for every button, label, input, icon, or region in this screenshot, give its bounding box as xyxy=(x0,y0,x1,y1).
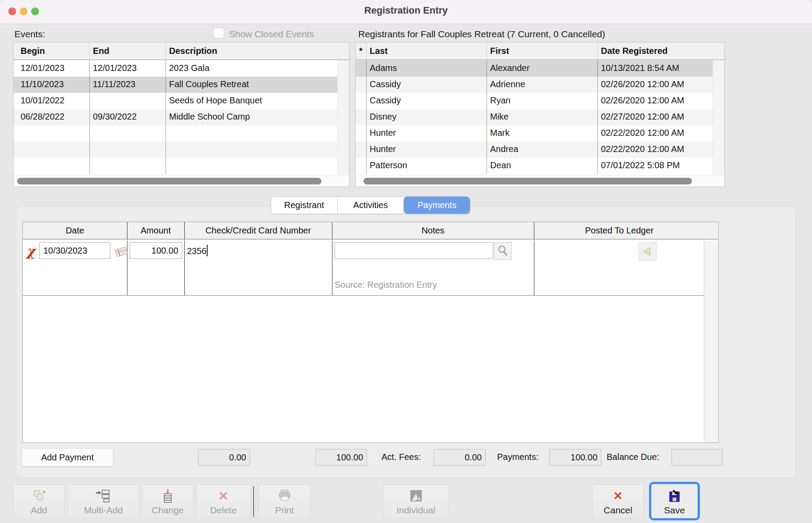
payment-date-input[interactable] xyxy=(39,242,110,259)
cell-last: Cassidy xyxy=(370,95,401,106)
column-header-first[interactable]: First xyxy=(490,46,509,56)
cell-begin: 12/01/2023 xyxy=(21,63,64,73)
cell-date_registered: 02/26/2020 12:00 AM xyxy=(601,95,684,106)
payments-label: Payments: xyxy=(497,452,538,462)
window-title: Registration Entry xyxy=(0,5,812,16)
cell-description: 2023 Gala xyxy=(169,63,209,73)
registrants-table-header: * Last First Date Registered xyxy=(356,42,724,60)
show-closed-events-label: Show Closed Events xyxy=(229,29,314,39)
printer-icon xyxy=(277,488,292,503)
cell-date_registered: 02/26/2020 12:00 AM xyxy=(601,79,684,89)
events-horizontal-scrollbar[interactable] xyxy=(17,178,321,184)
cell-date_registered: 10/13/2021 8:54 AM xyxy=(601,63,679,73)
cell-date_registered: 07/01/2022 5:08 PM xyxy=(601,160,680,170)
column-header-begin[interactable]: Begin xyxy=(21,46,45,56)
column-header-description[interactable]: Description xyxy=(169,46,217,56)
cell-date_registered: 02/22/2020 12:00 AM xyxy=(601,144,684,154)
save-floppy-icon xyxy=(667,488,681,503)
table-row[interactable]: CassidyAdrienne02/26/2020 12:00 AM xyxy=(356,77,724,93)
column-header-check-number: Check/Credit Card Number xyxy=(184,226,332,236)
show-closed-events-checkbox[interactable] xyxy=(213,28,224,39)
delete-row-chi-icon[interactable]: χ xyxy=(26,243,35,259)
individual-photo-icon xyxy=(409,488,423,503)
payments-panel: Date Amount Check/Credit Card Number Not… xyxy=(16,206,796,478)
cell-end: 09/30/2022 xyxy=(93,112,137,122)
payment-check-number-input[interactable]: 2356 xyxy=(187,245,208,256)
cell-begin: 11/10/2023 xyxy=(21,79,64,89)
table-row[interactable]: AdamsAlexander10/13/2021 8:54 AM xyxy=(356,60,724,77)
table-row[interactable]: CassidyRyan02/26/2020 12:00 AM xyxy=(356,93,724,109)
cell-first: Adrienne xyxy=(490,79,525,89)
cell-first: Mike xyxy=(490,112,508,122)
individual-button[interactable]: Individual xyxy=(383,484,448,519)
payment-source-text: Source: Registration Entry xyxy=(335,280,437,290)
add-payment-button[interactable]: Add Payment xyxy=(21,448,113,466)
delete-button[interactable]: ✕ Delete xyxy=(196,484,251,519)
events-horizontal-scrollbar-track xyxy=(14,175,349,187)
registrants-table-body: AdamsAlexander10/13/2021 8:54 AMCassidyA… xyxy=(356,60,724,174)
cancel-button[interactable]: ✕ Cancel xyxy=(592,484,644,519)
payment-notes-input[interactable] xyxy=(335,242,493,259)
tab-registrant[interactable]: Registrant xyxy=(271,197,338,214)
tab-payments[interactable]: Payments xyxy=(404,197,470,214)
table-row[interactable]: 11/10/202311/11/2023Fall Couples Retreat xyxy=(14,77,349,93)
save-button[interactable]: Save xyxy=(652,485,697,518)
print-button[interactable]: Print xyxy=(258,484,311,519)
table-row[interactable]: PattersonDean07/01/2022 5:08 PM xyxy=(356,158,724,174)
column-header-date: Date xyxy=(23,226,127,236)
delete-x-icon: ✕ xyxy=(218,488,228,503)
activity-total-field xyxy=(198,449,250,466)
events-table-body: 12/01/202312/01/20232023 Gala11/10/20231… xyxy=(14,60,349,174)
cell-last: Hunter xyxy=(370,128,396,138)
add-records-icon xyxy=(32,488,46,503)
table-row[interactable]: 06/28/202209/30/2022Middle School Camp xyxy=(14,109,349,125)
change-record-icon xyxy=(162,488,173,503)
change-button[interactable]: Change xyxy=(142,484,194,519)
add-button[interactable]: Add xyxy=(13,484,65,519)
payments-table-header: Date Amount Check/Credit Card Number Not… xyxy=(23,222,718,240)
balance-due-label: Balance Due: xyxy=(607,452,659,462)
events-vertical-scrollbar[interactable] xyxy=(337,60,349,175)
multi-add-button[interactable]: Multi-Add xyxy=(67,484,139,519)
registrants-title: Registrants for Fall Couples Retreat (7 … xyxy=(358,29,605,39)
cell-first: Andrea xyxy=(490,144,519,154)
cell-description: Seeds of Hope Banquet xyxy=(169,95,262,106)
magnifier-icon[interactable] xyxy=(494,242,512,260)
events-table-header: Begin End Description xyxy=(14,42,349,60)
cell-last: Cassidy xyxy=(370,79,401,89)
table-row[interactable]: HunterMark02/22/2020 12:00 AM xyxy=(356,125,724,141)
column-header-end[interactable]: End xyxy=(93,46,109,56)
cell-date_registered: 02/27/2020 12:00 AM xyxy=(601,112,684,122)
column-header-date-registered[interactable]: Date Registered xyxy=(601,46,667,56)
multi-add-icon xyxy=(95,488,112,503)
payments-vertical-scrollbar[interactable] xyxy=(704,240,718,442)
registration-entry-window: Registration Entry Events: Show Closed E… xyxy=(0,0,812,523)
cell-last: Patterson xyxy=(370,160,407,170)
cell-first: Ryan xyxy=(490,95,511,106)
column-header-amount: Amount xyxy=(127,226,184,236)
table-row[interactable]: 10/01/2022Seeds of Hope Banquet xyxy=(14,93,349,109)
cell-first: Mark xyxy=(490,128,509,138)
table-row[interactable] xyxy=(14,125,349,141)
cell-last: Adams xyxy=(370,63,397,73)
cell-first: Alexander xyxy=(490,63,530,73)
registrants-horizontal-scrollbar[interactable] xyxy=(364,178,692,184)
registrants-vertical-scrollbar[interactable] xyxy=(713,60,724,175)
cell-description: Fall Couples Retreat xyxy=(169,79,249,89)
table-row[interactable]: 12/01/202312/01/20232023 Gala xyxy=(14,60,349,77)
table-row[interactable]: HunterAndrea02/22/2020 12:00 AM xyxy=(356,141,724,158)
cell-date_registered: 02/22/2020 12:00 AM xyxy=(601,128,684,138)
cancel-x-icon: ✕ xyxy=(613,488,623,503)
table-row[interactable]: DisneyMike02/27/2020 12:00 AM xyxy=(356,109,724,125)
table-row[interactable] xyxy=(14,141,349,158)
column-header-last[interactable]: Last xyxy=(370,46,388,56)
green-left-triangle-icon[interactable] xyxy=(638,242,657,261)
calendar-ledger-icon[interactable] xyxy=(113,245,129,259)
column-header-star[interactable]: * xyxy=(359,46,363,56)
payment-amount-input[interactable] xyxy=(130,242,182,259)
table-row[interactable] xyxy=(14,158,349,174)
cell-last: Disney xyxy=(370,112,396,122)
registrants-horizontal-scrollbar-track xyxy=(356,175,724,187)
act-fees-label: Act. Fees: xyxy=(381,452,421,462)
tab-activities[interactable]: Activities xyxy=(338,197,404,214)
